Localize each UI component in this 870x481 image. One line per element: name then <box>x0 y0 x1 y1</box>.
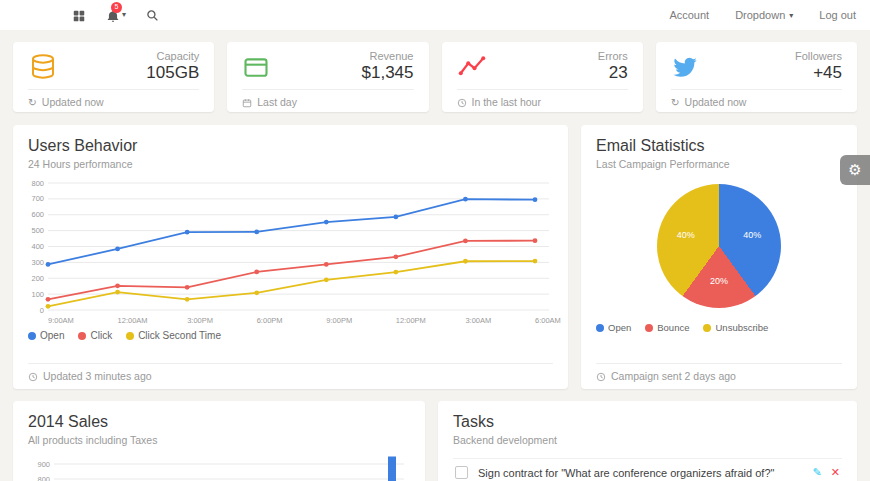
nav-dropdown-link[interactable]: Dropdown ▾ <box>735 9 793 21</box>
stat-label: Capacity <box>74 50 199 62</box>
nav-dropdown-label: Dropdown <box>735 9 785 21</box>
stat-value: 105GB <box>74 63 199 83</box>
svg-text:6:00PM: 6:00PM <box>257 316 283 325</box>
delete-task-button[interactable]: ✕ <box>831 466 840 479</box>
card-title: 2014 Sales <box>28 413 410 431</box>
stat-footer-text: Updated now <box>685 96 747 108</box>
card-subtitle: 24 Hours performance <box>28 158 553 170</box>
notification-badge: 5 <box>111 2 122 13</box>
stat-footer-text: Last day <box>257 96 297 108</box>
svg-text:12:00AM: 12:00AM <box>118 316 148 325</box>
svg-text:500: 500 <box>31 226 44 235</box>
task-row: Sign contract for "What are conference o… <box>453 458 842 481</box>
stat-footer: In the last hour <box>457 90 628 115</box>
edit-task-button[interactable]: ✎ <box>813 466 822 479</box>
bottom-row: 2014 Sales All products including Taxes … <box>13 401 857 481</box>
pie-slice-label: 40% <box>743 230 761 240</box>
legend-dot-open <box>596 324 604 332</box>
sales-bar-chart: 9008007006005004003002001000 <box>28 452 410 481</box>
legend-dot-unsubscribe <box>703 324 711 332</box>
nav-account-link[interactable]: Account <box>669 9 709 21</box>
calendar-icon <box>242 96 252 108</box>
stat-label: Followers <box>717 50 842 62</box>
card-title: Email Statistics <box>596 137 842 155</box>
sales-card: 2014 Sales All products including Taxes … <box>13 401 425 481</box>
legend-label: Open <box>608 322 631 333</box>
svg-text:600: 600 <box>31 210 44 219</box>
stat-label: Errors <box>503 50 628 62</box>
tasks-card: Tasks Backend development Sign contract … <box>438 401 857 481</box>
svg-text:12:00PM: 12:00PM <box>396 316 426 325</box>
stat-value: $1,345 <box>288 63 413 83</box>
navbar-right-links: Account Dropdown ▾ Log out <box>669 9 856 21</box>
card-footer: Campaign sent 2 days ago <box>596 364 842 389</box>
dashboard-grid-button[interactable] <box>72 7 86 22</box>
nav-account-label: Account <box>669 9 709 21</box>
task-text: Sign contract for "What are conference o… <box>478 467 774 479</box>
users-behavior-card: Users Behavior 24 Hours performance 0100… <box>13 125 568 389</box>
line-chart-icon <box>457 52 503 82</box>
task-list: Sign contract for "What are conference o… <box>453 458 842 481</box>
money-icon <box>242 53 288 81</box>
svg-text:400: 400 <box>31 242 44 251</box>
card-footer: Updated 3 minutes ago <box>28 364 553 389</box>
legend-dot-click <box>78 332 86 340</box>
svg-text:300: 300 <box>31 258 44 267</box>
gear-icon: ⚙ <box>848 161 861 179</box>
legend-dot-click-second <box>126 332 134 340</box>
svg-text:200: 200 <box>31 274 44 283</box>
refresh-icon: ↻ <box>671 96 680 108</box>
twitter-icon <box>671 53 717 81</box>
settings-gear-button[interactable]: ⚙ <box>840 155 870 185</box>
stat-card-revenue: Revenue $1,345 Last day <box>227 42 428 112</box>
search-icon <box>146 7 159 22</box>
legend-dot-open <box>28 332 36 340</box>
card-title: Users Behavior <box>28 137 553 155</box>
pie-slice-label: 20% <box>710 276 728 286</box>
charts-row: Users Behavior 24 Hours performance 0100… <box>13 125 857 389</box>
svg-text:9:00AM: 9:00AM <box>48 316 74 325</box>
chart-legend: Open Click Click Second Time <box>28 330 553 341</box>
caret-down-icon: ▾ <box>122 10 126 19</box>
legend-label: Bounce <box>657 322 689 333</box>
users-behavior-line-chart: 01002003004005006007008009:00AM12:00AM3:… <box>28 178 553 328</box>
card-title: Tasks <box>453 413 842 431</box>
clock-icon <box>596 370 606 382</box>
stats-row: Capacity 105GB ↻ Updated now Revenue $1,… <box>13 42 857 112</box>
legend-label: Click Second Time <box>138 330 221 341</box>
stat-footer: ↻ Updated now <box>671 90 842 115</box>
svg-text:100: 100 <box>31 290 44 299</box>
stat-footer-text: In the last hour <box>472 96 541 108</box>
legend-label: Click <box>90 330 112 341</box>
email-statistics-pie-chart: 40%20%40% <box>657 184 781 308</box>
stat-footer-text: Updated now <box>42 96 104 108</box>
notifications-button[interactable]: 5 ▾ <box>106 7 126 22</box>
nav-logout-label: Log out <box>819 9 856 21</box>
caret-down-icon: ▾ <box>789 11 793 20</box>
pencil-icon: ✎ <box>813 466 822 479</box>
close-icon: ✕ <box>831 466 840 479</box>
card-footer-text: Campaign sent 2 days ago <box>611 370 736 382</box>
card-subtitle: All products including Taxes <box>28 434 410 446</box>
svg-text:9:00PM: 9:00PM <box>326 316 352 325</box>
refresh-icon: ↻ <box>28 96 37 108</box>
grid-icon <box>72 7 86 22</box>
task-actions: ✎ ✕ <box>813 466 840 479</box>
legend-label: Open <box>40 330 64 341</box>
stat-footer: Last day <box>242 90 413 115</box>
legend-dot-bounce <box>645 324 653 332</box>
nav-logout-link[interactable]: Log out <box>819 9 856 21</box>
card-footer-text: Updated 3 minutes ago <box>43 370 152 382</box>
svg-text:3:00PM: 3:00PM <box>187 316 213 325</box>
card-subtitle: Backend development <box>453 434 842 446</box>
search-button[interactable] <box>146 7 159 22</box>
svg-text:3:00AM: 3:00AM <box>465 316 491 325</box>
pie-slice-label: 40% <box>677 230 695 240</box>
top-navbar: 5 ▾ Account Dropdown ▾ Log out <box>0 0 870 30</box>
legend-label: Unsubscribe <box>715 322 768 333</box>
stat-value: +45 <box>717 63 842 83</box>
task-checkbox[interactable] <box>455 466 468 479</box>
database-icon <box>28 52 74 82</box>
svg-text:800: 800 <box>31 179 44 188</box>
stat-value: 23 <box>503 63 628 83</box>
